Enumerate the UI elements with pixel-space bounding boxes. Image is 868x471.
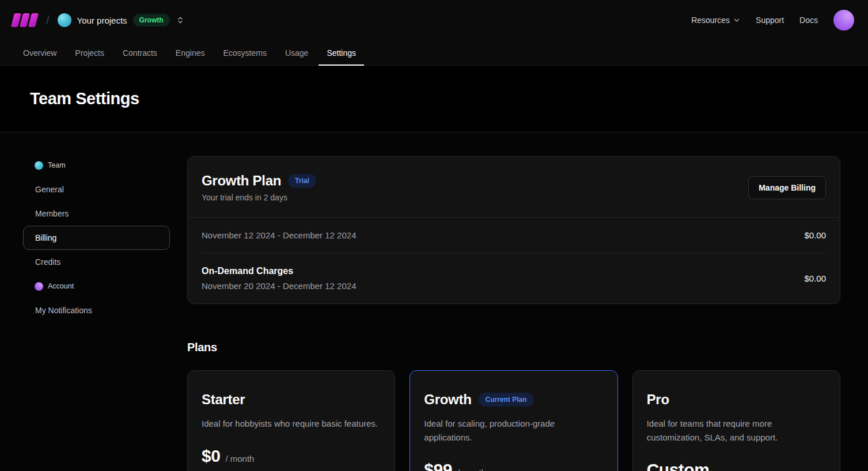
page-title: Team Settings [0, 89, 139, 108]
plan-card-growth: Growth Current Plan Ideal for scaling, p… [410, 370, 617, 471]
trial-badge: Trial [288, 174, 316, 188]
pro-plan-description: Ideal for teams that require more custom… [647, 417, 825, 445]
sidebar-item-general[interactable]: General [23, 177, 170, 202]
plan-card-starter: Starter Ideal for hobbyists who require … [187, 370, 395, 471]
starter-plan-price: $0 [202, 446, 220, 466]
billing-amount: $0.00 [804, 230, 826, 240]
growth-plan-price: $99 [424, 460, 452, 471]
tab-projects[interactable]: Projects [66, 40, 113, 65]
tab-ecosystems[interactable]: Ecosystems [214, 40, 275, 65]
user-avatar[interactable] [833, 10, 854, 31]
starter-plan-description: Ideal for hobbyists who require basic fe… [202, 417, 380, 431]
chevron-down-icon [733, 17, 740, 24]
starter-plan-title: Starter [202, 392, 245, 408]
content: Team General Members Billing Credits Acc… [0, 132, 868, 471]
settings-sidebar: Team General Members Billing Credits Acc… [23, 149, 170, 471]
plans-grid: Starter Ideal for hobbyists who require … [187, 370, 840, 471]
thirdweb-logo-icon[interactable] [13, 13, 37, 28]
growth-plan-description: Ideal for scaling, production-grade appl… [424, 417, 602, 445]
starter-plan-period: / month [225, 454, 254, 464]
current-plan-badge: Current Plan [479, 393, 534, 407]
billing-card-header-left: Growth Plan Trial Your trial ends in 2 d… [202, 173, 316, 202]
growth-plan-period: / month [457, 468, 486, 471]
sidebar-item-my-notifications[interactable]: My Notifications [23, 298, 170, 322]
growth-plan-title: Growth [424, 392, 471, 408]
sidebar-section-account-label: Account [48, 282, 74, 290]
pro-plan-price: Custom [647, 460, 710, 471]
billing-period-row: November 12 2024 - December 12 2024 $0.0… [188, 218, 840, 253]
on-demand-charges-row: On-Demand Charges November 20 2024 - Dec… [188, 253, 840, 303]
team-switcher-chevrons-icon[interactable] [176, 16, 185, 25]
team-name[interactable]: Your projects [77, 16, 127, 25]
sidebar-section-account: Account [23, 274, 170, 298]
on-demand-charges-title: On-Demand Charges [202, 266, 357, 276]
logo-bar [28, 13, 39, 27]
resources-menu[interactable]: Resources [691, 16, 740, 25]
tab-overview[interactable]: Overview [14, 40, 66, 65]
dashboard-tabs: Overview Projects Contracts Engines Ecos… [0, 40, 868, 65]
billing-card: Growth Plan Trial Your trial ends in 2 d… [187, 156, 840, 304]
resources-label: Resources [691, 16, 730, 25]
billing-main: Growth Plan Trial Your trial ends in 2 d… [187, 149, 840, 471]
sidebar-section-team-label: Team [48, 161, 66, 169]
manage-billing-button[interactable]: Manage Billing [748, 176, 826, 199]
topbar: / Your projects Growth Resources Support… [0, 0, 868, 40]
billing-card-header: Growth Plan Trial Your trial ends in 2 d… [188, 157, 840, 217]
team-plan-badge: Growth [133, 14, 170, 26]
sidebar-item-billing[interactable]: Billing [23, 226, 170, 250]
on-demand-charges-amount: $0.00 [804, 274, 826, 283]
sidebar-section-team: Team [23, 153, 170, 177]
team-avatar-icon [35, 161, 43, 170]
tab-settings[interactable]: Settings [317, 40, 365, 65]
trial-ends-text: Your trial ends in 2 days [202, 193, 316, 202]
plan-card-pro: Pro Ideal for teams that require more cu… [632, 370, 840, 471]
tab-contracts[interactable]: Contracts [113, 40, 166, 65]
team-avatar[interactable] [58, 13, 71, 27]
on-demand-charges-period: November 20 2024 - December 12 2024 [202, 281, 357, 291]
billing-period: November 12 2024 - December 12 2024 [202, 230, 357, 240]
docs-link[interactable]: Docs [799, 16, 818, 25]
plans-heading: Plans [187, 341, 840, 354]
on-demand-charges-info: On-Demand Charges November 20 2024 - Dec… [202, 266, 357, 291]
account-avatar-icon [35, 282, 43, 291]
support-link[interactable]: Support [756, 16, 784, 25]
tab-usage[interactable]: Usage [276, 40, 317, 65]
sidebar-item-members[interactable]: Members [23, 202, 170, 226]
current-plan-title: Growth Plan [202, 173, 281, 189]
breadcrumb-separator: / [46, 14, 50, 27]
tab-engines[interactable]: Engines [166, 40, 214, 65]
topbar-right-nav: Resources Support Docs [691, 10, 854, 31]
pro-plan-title: Pro [647, 392, 669, 408]
header: / Your projects Growth Resources Support… [0, 0, 868, 66]
title-band: Team Settings [0, 66, 868, 132]
sidebar-item-credits[interactable]: Credits [23, 250, 170, 274]
